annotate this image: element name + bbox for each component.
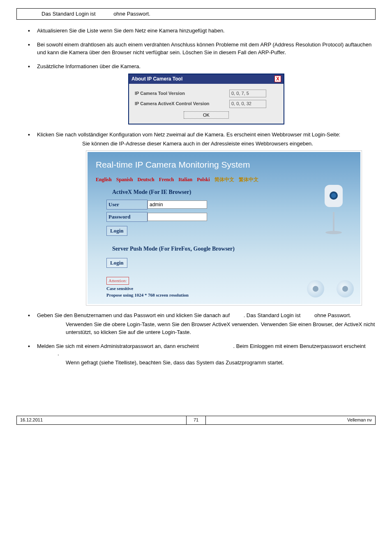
camera-icon [337,280,354,297]
lang-link[interactable]: English [96,177,112,182]
lang-link[interactable]: Italian [178,177,192,182]
user-input[interactable] [148,200,207,209]
footer-page: 71 [186,416,206,424]
text: Melden Sie sich mit einem Administratorp… [37,343,200,349]
lang-link[interactable]: Spanish [116,177,133,182]
list-item: Klicken Sie nach vollständiger Konfigura… [16,131,376,306]
text: ohne Passwort. [113,11,150,17]
attention-label: Attention: [106,277,129,285]
login-title: Real-time IP Camera Monitoring System [96,159,352,170]
dialog-title: About IP Camera Tool [131,76,182,83]
ok-button[interactable]: OK [184,111,229,119]
webcam-icon [323,177,344,234]
about-dialog: About IP Camera Tool X IP Camera Tool Ve… [128,74,284,124]
mode-heading: Server Push Mode (For FireFox, Google Br… [112,245,352,253]
footer-date: 16.12.2011 [17,416,186,424]
password-input[interactable] [148,213,207,221]
lang-link[interactable]: 繁体中文 [239,177,258,182]
label: IP Camera ActiveX Control Version [135,101,229,107]
instruction-list: Aktualisieren Sie die Liste wenn Sie dem… [16,27,376,366]
value: 0, 0, 0, 32 [229,100,266,108]
footer-company: Velleman nv [206,416,375,424]
text: ohne Passwort. [314,312,351,318]
camera-icon [307,280,324,297]
mode-heading: ActiveX Mode (For IE Browser) [112,188,352,196]
text: Aktualisieren Sie die Liste wenn Sie dem… [37,28,225,34]
decorative-cameras [307,280,354,297]
text: Geben Sie den Benutzernamen und das Pass… [37,312,231,318]
text: Das Standard Login ist [42,11,97,17]
note: Verwenden Sie die obere Login-Taste, wen… [37,321,376,336]
page-footer: 16.12.2011 71 Velleman nv [16,416,376,424]
login-screenshot: Real-time IP Camera Monitoring System En… [86,151,362,305]
text: Klicken Sie nach vollständiger Konfigura… [37,131,340,138]
list-item: Bei sowohl einem drahtlosen als auch ein… [16,41,376,56]
top-info-box: Das Standard Login ist ohne Passwort. [16,8,376,20]
user-label: User [106,200,148,210]
note: Wenn gefragt (siehe Titelliste), beachte… [37,359,376,366]
close-icon[interactable]: X [274,76,281,82]
text: . [58,350,59,357]
lang-link[interactable]: Polski [197,177,210,182]
text: . Beim Einloggen mit einem Benutzerpassw… [233,343,365,349]
login-button[interactable]: Login [106,226,127,236]
value: 0, 0, 7, 5 [229,90,266,97]
login-button[interactable]: Login [106,258,127,268]
list-item: Melden Sie sich mit einem Administratorp… [16,343,376,367]
text: Zusätzliche Informationen über die Kamer… [37,63,141,69]
text: . Das Standard Login ist [244,312,302,318]
note: Sie können die IP-Adresse dieser Kamera … [37,140,376,147]
list-item: Geben Sie den Benutzernamen und das Pass… [16,312,376,336]
list-item: Aktualisieren Sie die Liste wenn Sie dem… [16,27,376,35]
text: Bei sowohl einem drahtlosen als auch ein… [37,41,371,55]
list-item: Zusätzliche Informationen über die Kamer… [16,63,376,124]
password-label: Password [106,212,148,222]
lang-link[interactable]: French [159,177,174,182]
label: IP Camera Tool Version [135,90,229,97]
language-row: English Spanish Deutsch French Italian P… [96,176,352,183]
lang-link[interactable]: 简体中文 [214,177,234,182]
lang-link[interactable]: Deutsch [137,177,154,182]
dialog-titlebar: About IP Camera Tool X [129,74,284,84]
